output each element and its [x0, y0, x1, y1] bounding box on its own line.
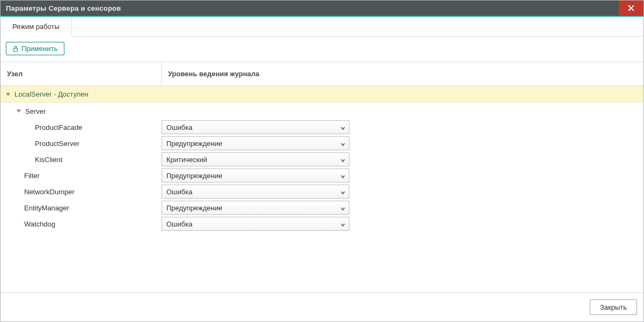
node-label-cell: KisClient: [1, 152, 162, 167]
chevron-down-icon: [340, 173, 346, 178]
chevron-down-icon: [340, 189, 346, 194]
node-label: ProductFacade: [35, 123, 82, 131]
chevron-down-icon: [340, 221, 346, 226]
log-level-select[interactable]: Ошибка: [162, 217, 349, 231]
lock-icon: [13, 46, 18, 52]
close-button[interactable]: Закрыть: [590, 299, 637, 315]
node-label: EntityManager: [24, 204, 69, 212]
node-label: ProductServer: [35, 140, 79, 148]
grid-header: Узел Уровень ведения журнала: [1, 62, 643, 86]
close-icon: [628, 5, 634, 11]
log-level-select[interactable]: Ошибка: [162, 120, 349, 134]
group-localserver[interactable]: LocalServer - Доступен: [1, 86, 643, 103]
footer: Закрыть: [1, 292, 643, 321]
tab-mode[interactable]: Режим работы: [1, 17, 72, 36]
node-label: Watchdog: [24, 220, 55, 228]
select-value: Предупреждение: [166, 172, 222, 180]
apply-button[interactable]: Применить: [6, 42, 64, 55]
tree-node: WatchdogОшибка: [1, 216, 643, 232]
window-title: Параметры Сервера и сенсоров: [1, 4, 121, 12]
select-value: Предупреждение: [166, 140, 222, 148]
column-log-level: Уровень ведения журнала: [162, 62, 643, 86]
node-label-cell: EntityManager: [1, 201, 162, 215]
column-node: Узел: [1, 62, 162, 86]
chevron-down-icon: [340, 205, 346, 210]
expand-icon: [17, 109, 21, 113]
node-label-cell: NetworkDumper: [1, 185, 162, 199]
chevron-down-icon: [340, 141, 346, 146]
node-label-cell: Watchdog: [1, 217, 162, 231]
grid-body: LocalServer - Доступен Server ProductFac…: [1, 86, 643, 292]
tree-node: FilterПредупреждение: [1, 167, 643, 184]
settings-window: Параметры Сервера и сенсоров Режим работ…: [0, 0, 644, 322]
log-level-select[interactable]: Предупреждение: [162, 201, 349, 215]
node-label-cell: Filter: [1, 169, 162, 183]
tree-node: NetworkDumperОшибка: [1, 184, 643, 200]
tabs: Режим работы: [1, 17, 643, 36]
chevron-down-icon: [340, 125, 346, 130]
select-value: Ошибка: [166, 220, 192, 228]
node-label: Server: [25, 107, 46, 115]
titlebar: Параметры Сервера и сенсоров: [1, 1, 643, 16]
close-label: Закрыть: [600, 303, 627, 311]
tab-label: Режим работы: [12, 23, 60, 31]
node-label: NetworkDumper: [24, 188, 75, 196]
node-label-cell: ProductFacade: [1, 120, 162, 135]
tabs-wrap: Режим работы: [1, 16, 643, 36]
node-label-cell: ProductServer: [1, 136, 162, 151]
log-level-select[interactable]: Предупреждение: [162, 169, 349, 182]
close-window-button[interactable]: [619, 1, 643, 16]
tree-node: EntityManagerПредупреждение: [1, 200, 643, 216]
tree-node: ProductServerПредупреждение: [1, 135, 643, 151]
toolbar: Применить: [1, 36, 643, 62]
log-level-select[interactable]: Ошибка: [162, 185, 349, 199]
group-label: LocalServer - Доступен: [14, 90, 89, 98]
expand-icon: [6, 93, 10, 96]
select-value: Ошибка: [166, 188, 192, 196]
tree-node-server[interactable]: Server: [1, 103, 643, 119]
log-level-select[interactable]: Критический: [162, 152, 349, 166]
svg-rect-2: [14, 48, 18, 52]
apply-label: Применить: [21, 45, 57, 53]
tree-node: ProductFacadeОшибка: [1, 119, 643, 135]
log-level-select[interactable]: Предупреждение: [162, 136, 349, 150]
chevron-down-icon: [340, 157, 346, 162]
node-label: KisClient: [35, 156, 62, 164]
select-value: Ошибка: [166, 123, 192, 131]
select-value: Предупреждение: [166, 204, 222, 212]
tree-node: KisClientКритический: [1, 151, 643, 167]
select-value: Критический: [166, 156, 207, 164]
node-label: Filter: [24, 172, 40, 180]
